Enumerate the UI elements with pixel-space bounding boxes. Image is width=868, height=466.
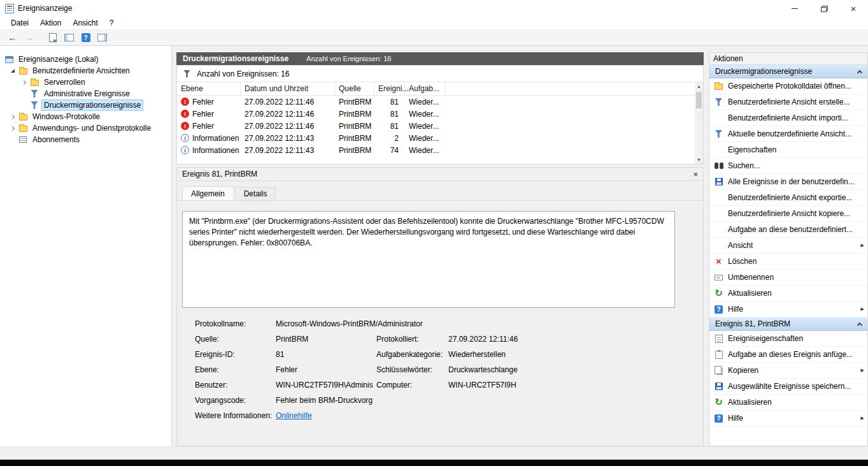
open-saved-log-button[interactable] xyxy=(45,31,60,45)
action-filter-current-view[interactable]: Aktuelle benutzerdefinierte Ansicht... xyxy=(709,126,867,142)
forward-button[interactable]: → xyxy=(22,31,36,45)
tab-details[interactable]: Details xyxy=(235,187,276,200)
action-attach-task-to-event[interactable]: Aufgabe an dieses Ereignis anfüge... xyxy=(709,347,867,363)
list-title-bar: Druckermigrationsereignisse Anzahl von E… xyxy=(176,52,704,65)
help-icon: ? xyxy=(715,414,723,423)
save-disk-icon xyxy=(715,178,723,186)
tree-item-windows-protokolle[interactable]: Windows-Protokolle xyxy=(0,111,171,122)
info-icon xyxy=(181,134,189,142)
scroll-down-icon[interactable]: ▼ xyxy=(695,156,703,164)
collapse-chevron-icon[interactable] xyxy=(857,69,862,75)
expanded-chevron-icon[interactable] xyxy=(8,66,18,76)
action-event-properties[interactable]: Ereigniseigenschaften xyxy=(709,331,867,347)
action-copy-custom-view[interactable]: Benutzerdefinierte Ansicht kopiere... xyxy=(709,206,867,222)
submenu-arrow-icon: ▶ xyxy=(861,243,864,248)
close-button[interactable]: × xyxy=(839,0,868,17)
event-list-scrollbar[interactable]: ▲ ▼ xyxy=(695,82,703,164)
screen-edge-strip xyxy=(0,460,868,466)
subscriptions-icon xyxy=(18,135,28,144)
event-row[interactable]: Informationen 27.09.2022 12:11:43 PrintB… xyxy=(177,144,703,156)
error-icon xyxy=(181,122,189,130)
event-task: Wieder... xyxy=(405,122,446,131)
column-header-ebene[interactable]: Ebene xyxy=(177,82,241,95)
window-title: Ereignisanzeige xyxy=(18,4,72,13)
back-button[interactable]: ← xyxy=(5,31,20,45)
detail-tabs: Allgemein Details xyxy=(177,181,703,201)
tree-item-root[interactable]: Ereignisanzeige (Lokal) xyxy=(0,54,171,65)
column-header-aufgabe[interactable]: Aufgab... xyxy=(405,82,446,95)
field-label: Benutzer: xyxy=(195,381,276,390)
action-create-custom-view[interactable]: Benutzerdefinierte Ansicht erstelle... xyxy=(709,94,867,110)
action-copy-submenu[interactable]: Kopieren ▶ xyxy=(709,363,867,379)
collapse-chevron-icon[interactable] xyxy=(857,322,862,327)
column-header-ereignis-id[interactable]: Ereigni... xyxy=(374,82,405,95)
tree-item-druckermigrationsereignisse[interactable]: Druckermigrationsereignisse xyxy=(0,99,171,111)
menu-aktion[interactable]: Aktion xyxy=(34,17,67,29)
console-tree-icon xyxy=(64,34,74,41)
event-id: 81 xyxy=(374,110,405,119)
action-attach-task-to-view[interactable]: Aufgabe an diese benutzerdefiniert... xyxy=(709,222,867,238)
event-row[interactable]: Fehler 27.09.2022 12:11:46 PrintBRM 81 W… xyxy=(177,108,703,120)
restore-button[interactable] xyxy=(809,0,839,17)
field-label: Protokollname: xyxy=(195,319,276,329)
console-tree-toggle-button[interactable] xyxy=(62,31,76,45)
action-delete[interactable]: × Löschen xyxy=(709,254,867,270)
event-row[interactable]: Fehler 27.09.2022 12:11:46 PrintBRM 81 W… xyxy=(177,120,703,132)
minimize-button[interactable] xyxy=(780,0,809,17)
action-help-event-submenu[interactable]: ? Hilfe ▶ xyxy=(709,411,867,426)
scroll-up-icon[interactable]: ▲ xyxy=(695,82,703,91)
action-open-saved-log[interactable]: Gespeicherte Protokolldatei öffnen... xyxy=(709,78,867,94)
folder-icon xyxy=(18,66,28,75)
field-value xyxy=(448,396,675,405)
icon-spacer xyxy=(713,145,724,155)
menu-ansicht[interactable]: Ansicht xyxy=(67,17,103,29)
action-view-submenu[interactable]: Ansicht ▶ xyxy=(709,238,867,254)
tree-item-serverrollen[interactable]: Serverrollen xyxy=(0,76,171,88)
event-description-box: Mit "Printbrm.exe" (der Druckermigration… xyxy=(182,211,675,308)
tab-allgemein[interactable]: Allgemein xyxy=(182,186,234,200)
icon-spacer xyxy=(713,113,724,123)
field-label: Vorgangscode: xyxy=(195,396,276,405)
help-icon: ? xyxy=(715,305,723,314)
help-button[interactable]: ? xyxy=(78,31,93,45)
field-value: Fehler beim BRM-Druckvorg xyxy=(276,396,376,405)
event-row[interactable]: Informationen 27.09.2022 12:11:43 PrintB… xyxy=(177,132,703,144)
action-export-custom-view[interactable]: Benutzerdefinierte Ansicht exportie... xyxy=(709,190,867,206)
tree-item-administrative-ereignisse[interactable]: Administrative Ereignisse xyxy=(0,88,171,99)
submenu-arrow-icon: ▶ xyxy=(861,307,864,312)
folder-icon xyxy=(18,124,28,133)
action-rename[interactable]: Umbenennen xyxy=(709,270,867,286)
action-label: Ereigniseigenschaften xyxy=(728,334,803,343)
menu-datei[interactable]: Datei xyxy=(5,17,34,29)
action-pane-toggle-button[interactable] xyxy=(95,31,110,45)
action-properties[interactable]: Eigenschaften xyxy=(709,142,867,158)
action-find[interactable]: Suchen... xyxy=(709,158,867,174)
action-help-submenu[interactable]: ? Hilfe ▶ xyxy=(709,302,867,317)
column-header-quelle[interactable]: Quelle xyxy=(335,82,374,95)
event-level: Fehler xyxy=(192,98,214,106)
event-id: 2 xyxy=(374,134,405,143)
tree-item-abonnements[interactable]: Abonnements xyxy=(0,134,171,145)
action-save-all-events[interactable]: Alle Ereignisse in der benutzerdefin... xyxy=(709,174,867,190)
icon-spacer xyxy=(713,208,724,219)
action-import-custom-view[interactable]: Benutzerdefinierte Ansicht importi... xyxy=(709,110,867,126)
tree-item-anwendungs-dienstprotokolle[interactable]: Anwendungs- und Dienstprotokolle xyxy=(0,122,171,134)
window-controls: × xyxy=(780,0,868,17)
collapsed-chevron-icon[interactable] xyxy=(8,123,18,133)
collapsed-chevron-icon[interactable] xyxy=(8,112,18,122)
rename-icon xyxy=(715,275,723,280)
action-refresh-event[interactable]: ↻ Aktualisieren xyxy=(709,395,867,411)
tree-item-custom-views[interactable]: Benutzerdefinierte Ansichten xyxy=(0,65,171,76)
column-header-datum[interactable]: Datum und Uhrzeit xyxy=(241,82,335,95)
action-save-selected-events[interactable]: Ausgewählte Ereignisse speichern... xyxy=(709,379,867,395)
actions-group-header-custom-view[interactable]: Druckermigrationsereignisse xyxy=(709,65,867,78)
scrollbar-thumb[interactable] xyxy=(696,92,702,108)
action-refresh[interactable]: ↻ Aktualisieren xyxy=(709,286,867,302)
detail-close-icon[interactable]: × xyxy=(693,170,698,178)
event-row[interactable]: Fehler 27.09.2022 12:11:46 PrintBRM 81 W… xyxy=(177,96,703,108)
actions-group-header-event[interactable]: Ereignis 81, PrintBRM xyxy=(709,317,867,331)
collapsed-chevron-icon[interactable] xyxy=(19,77,29,87)
menu-hilfe[interactable]: ? xyxy=(104,17,120,29)
event-list-panel: Anzahl von Ereignissen: 16 Ebene Datum u… xyxy=(176,65,704,164)
online-help-link[interactable]: Onlinehilfe xyxy=(276,411,312,420)
